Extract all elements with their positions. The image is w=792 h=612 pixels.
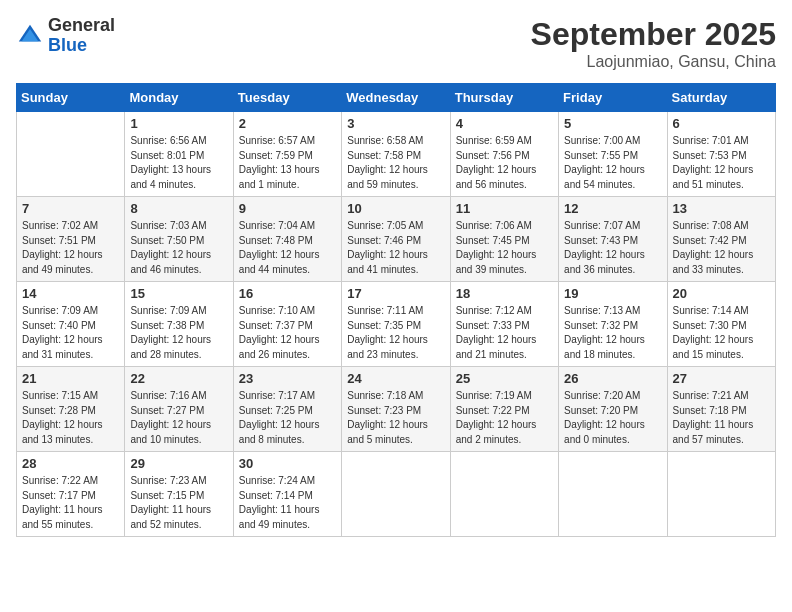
day-info: Sunrise: 7:11 AMSunset: 7:35 PMDaylight:… (347, 304, 444, 362)
day-number: 12 (564, 201, 661, 216)
calendar-cell: 3Sunrise: 6:58 AMSunset: 7:58 PMDaylight… (342, 112, 450, 197)
calendar-cell: 20Sunrise: 7:14 AMSunset: 7:30 PMDayligh… (667, 282, 775, 367)
calendar-cell: 23Sunrise: 7:17 AMSunset: 7:25 PMDayligh… (233, 367, 341, 452)
day-number: 14 (22, 286, 119, 301)
day-number: 19 (564, 286, 661, 301)
calendar-cell: 16Sunrise: 7:10 AMSunset: 7:37 PMDayligh… (233, 282, 341, 367)
day-info: Sunrise: 7:20 AMSunset: 7:20 PMDaylight:… (564, 389, 661, 447)
calendar-title: September 2025 (531, 16, 776, 53)
calendar-cell: 18Sunrise: 7:12 AMSunset: 7:33 PMDayligh… (450, 282, 558, 367)
calendar-cell: 5Sunrise: 7:00 AMSunset: 7:55 PMDaylight… (559, 112, 667, 197)
logo-blue-text: Blue (48, 35, 87, 55)
day-number: 21 (22, 371, 119, 386)
calendar-cell: 21Sunrise: 7:15 AMSunset: 7:28 PMDayligh… (17, 367, 125, 452)
calendar-cell: 11Sunrise: 7:06 AMSunset: 7:45 PMDayligh… (450, 197, 558, 282)
day-number: 10 (347, 201, 444, 216)
day-info: Sunrise: 7:03 AMSunset: 7:50 PMDaylight:… (130, 219, 227, 277)
calendar-cell: 27Sunrise: 7:21 AMSunset: 7:18 PMDayligh… (667, 367, 775, 452)
day-number: 28 (22, 456, 119, 471)
day-of-week-saturday: Saturday (667, 84, 775, 112)
day-number: 27 (673, 371, 770, 386)
day-of-week-monday: Monday (125, 84, 233, 112)
day-number: 11 (456, 201, 553, 216)
calendar-cell: 14Sunrise: 7:09 AMSunset: 7:40 PMDayligh… (17, 282, 125, 367)
calendar-cell: 19Sunrise: 7:13 AMSunset: 7:32 PMDayligh… (559, 282, 667, 367)
day-of-week-friday: Friday (559, 84, 667, 112)
day-info: Sunrise: 7:19 AMSunset: 7:22 PMDaylight:… (456, 389, 553, 447)
calendar-cell: 15Sunrise: 7:09 AMSunset: 7:38 PMDayligh… (125, 282, 233, 367)
day-info: Sunrise: 7:08 AMSunset: 7:42 PMDaylight:… (673, 219, 770, 277)
day-of-week-wednesday: Wednesday (342, 84, 450, 112)
day-info: Sunrise: 7:00 AMSunset: 7:55 PMDaylight:… (564, 134, 661, 192)
day-number: 8 (130, 201, 227, 216)
calendar-cell: 4Sunrise: 6:59 AMSunset: 7:56 PMDaylight… (450, 112, 558, 197)
page-header: General Blue September 2025 Laojunmiao, … (16, 16, 776, 71)
calendar-cell: 22Sunrise: 7:16 AMSunset: 7:27 PMDayligh… (125, 367, 233, 452)
day-info: Sunrise: 6:57 AMSunset: 7:59 PMDaylight:… (239, 134, 336, 192)
day-number: 24 (347, 371, 444, 386)
calendar-cell: 6Sunrise: 7:01 AMSunset: 7:53 PMDaylight… (667, 112, 775, 197)
day-info: Sunrise: 7:04 AMSunset: 7:48 PMDaylight:… (239, 219, 336, 277)
day-number: 4 (456, 116, 553, 131)
day-info: Sunrise: 7:09 AMSunset: 7:38 PMDaylight:… (130, 304, 227, 362)
calendar-cell: 24Sunrise: 7:18 AMSunset: 7:23 PMDayligh… (342, 367, 450, 452)
day-number: 5 (564, 116, 661, 131)
calendar-cell: 13Sunrise: 7:08 AMSunset: 7:42 PMDayligh… (667, 197, 775, 282)
day-number: 30 (239, 456, 336, 471)
logo: General Blue (16, 16, 115, 56)
day-of-week-thursday: Thursday (450, 84, 558, 112)
day-number: 3 (347, 116, 444, 131)
calendar-cell (17, 112, 125, 197)
calendar-cell (342, 452, 450, 537)
calendar-cell: 28Sunrise: 7:22 AMSunset: 7:17 PMDayligh… (17, 452, 125, 537)
day-info: Sunrise: 7:18 AMSunset: 7:23 PMDaylight:… (347, 389, 444, 447)
day-info: Sunrise: 6:56 AMSunset: 8:01 PMDaylight:… (130, 134, 227, 192)
day-number: 15 (130, 286, 227, 301)
day-number: 9 (239, 201, 336, 216)
calendar-cell: 10Sunrise: 7:05 AMSunset: 7:46 PMDayligh… (342, 197, 450, 282)
calendar-cell: 1Sunrise: 6:56 AMSunset: 8:01 PMDaylight… (125, 112, 233, 197)
day-info: Sunrise: 7:21 AMSunset: 7:18 PMDaylight:… (673, 389, 770, 447)
calendar-week-3: 14Sunrise: 7:09 AMSunset: 7:40 PMDayligh… (17, 282, 776, 367)
day-info: Sunrise: 7:24 AMSunset: 7:14 PMDaylight:… (239, 474, 336, 532)
day-info: Sunrise: 6:59 AMSunset: 7:56 PMDaylight:… (456, 134, 553, 192)
calendar-cell: 26Sunrise: 7:20 AMSunset: 7:20 PMDayligh… (559, 367, 667, 452)
calendar-cell: 17Sunrise: 7:11 AMSunset: 7:35 PMDayligh… (342, 282, 450, 367)
day-number: 6 (673, 116, 770, 131)
day-number: 26 (564, 371, 661, 386)
calendar-cell: 9Sunrise: 7:04 AMSunset: 7:48 PMDaylight… (233, 197, 341, 282)
calendar-cell: 7Sunrise: 7:02 AMSunset: 7:51 PMDaylight… (17, 197, 125, 282)
calendar-week-1: 1Sunrise: 6:56 AMSunset: 8:01 PMDaylight… (17, 112, 776, 197)
day-info: Sunrise: 7:12 AMSunset: 7:33 PMDaylight:… (456, 304, 553, 362)
day-info: Sunrise: 7:09 AMSunset: 7:40 PMDaylight:… (22, 304, 119, 362)
day-of-week-tuesday: Tuesday (233, 84, 341, 112)
calendar-cell (450, 452, 558, 537)
day-info: Sunrise: 7:06 AMSunset: 7:45 PMDaylight:… (456, 219, 553, 277)
day-info: Sunrise: 7:16 AMSunset: 7:27 PMDaylight:… (130, 389, 227, 447)
day-number: 13 (673, 201, 770, 216)
calendar-table: SundayMondayTuesdayWednesdayThursdayFrid… (16, 83, 776, 537)
calendar-cell: 8Sunrise: 7:03 AMSunset: 7:50 PMDaylight… (125, 197, 233, 282)
day-number: 17 (347, 286, 444, 301)
day-info: Sunrise: 7:10 AMSunset: 7:37 PMDaylight:… (239, 304, 336, 362)
day-info: Sunrise: 7:01 AMSunset: 7:53 PMDaylight:… (673, 134, 770, 192)
day-number: 25 (456, 371, 553, 386)
calendar-cell (559, 452, 667, 537)
day-info: Sunrise: 7:15 AMSunset: 7:28 PMDaylight:… (22, 389, 119, 447)
calendar-subtitle: Laojunmiao, Gansu, China (531, 53, 776, 71)
day-info: Sunrise: 7:05 AMSunset: 7:46 PMDaylight:… (347, 219, 444, 277)
title-block: September 2025 Laojunmiao, Gansu, China (531, 16, 776, 71)
day-number: 23 (239, 371, 336, 386)
day-number: 20 (673, 286, 770, 301)
day-number: 29 (130, 456, 227, 471)
day-info: Sunrise: 7:22 AMSunset: 7:17 PMDaylight:… (22, 474, 119, 532)
logo-icon (16, 22, 44, 50)
day-number: 2 (239, 116, 336, 131)
calendar-cell (667, 452, 775, 537)
days-of-week-row: SundayMondayTuesdayWednesdayThursdayFrid… (17, 84, 776, 112)
calendar-week-2: 7Sunrise: 7:02 AMSunset: 7:51 PMDaylight… (17, 197, 776, 282)
calendar-cell: 25Sunrise: 7:19 AMSunset: 7:22 PMDayligh… (450, 367, 558, 452)
day-number: 18 (456, 286, 553, 301)
calendar-cell: 2Sunrise: 6:57 AMSunset: 7:59 PMDaylight… (233, 112, 341, 197)
day-info: Sunrise: 6:58 AMSunset: 7:58 PMDaylight:… (347, 134, 444, 192)
